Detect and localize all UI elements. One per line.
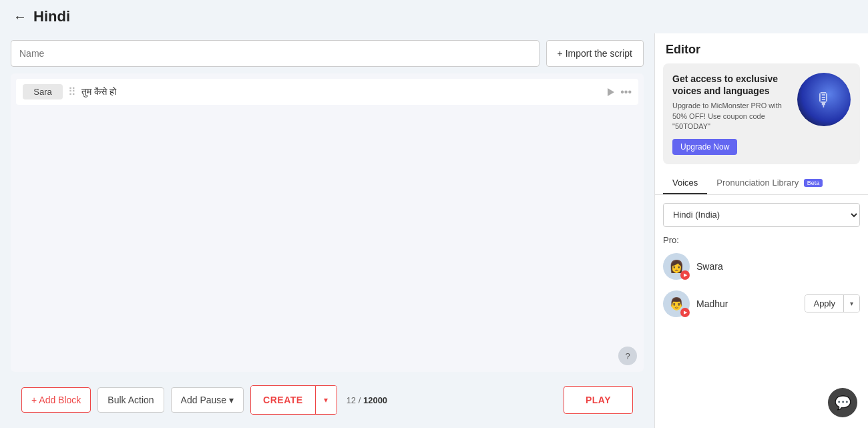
header: ← Hindi	[0, 0, 868, 33]
promo-desc: Upgrade to MicMonster PRO with 50% OFF! …	[672, 101, 789, 132]
promo-title: Get access to exclusive voices and langu…	[672, 73, 789, 97]
swara-avatar: 👩 ▶	[663, 253, 690, 280]
mic-icon: 🎙	[815, 89, 833, 111]
bottom-toolbar: + Add Block Bulk Action Add Pause ▾ CREA…	[11, 379, 644, 421]
add-pause-button[interactable]: Add Pause ▾	[171, 387, 244, 413]
tab-voices[interactable]: Voices	[663, 172, 707, 194]
page-title: Hindi	[33, 8, 70, 25]
voice-item-swara[interactable]: 👩 ▶ Swara	[655, 248, 868, 285]
voice-item-madhur[interactable]: 👨 ▶ Madhur Apply ▾	[655, 285, 868, 323]
char-count: 12 / 12000	[347, 395, 387, 405]
create-button[interactable]: CREATE	[251, 386, 315, 414]
promo-text: Get access to exclusive voices and langu…	[672, 73, 789, 155]
main-content: + Import the script Sara ⠿ ••• ? + Add B…	[0, 33, 868, 428]
create-button-group: CREATE ▾	[250, 385, 337, 415]
svg-marker-0	[608, 88, 614, 96]
chat-icon: 💬	[835, 395, 851, 411]
row-more-button[interactable]: •••	[620, 86, 632, 98]
add-block-button[interactable]: + Add Block	[21, 387, 91, 413]
script-text-input[interactable]	[81, 87, 600, 97]
chevron-down-icon: ▾	[229, 395, 234, 405]
create-dropdown-button[interactable]: ▾	[315, 386, 337, 414]
script-row: Sara ⠿ •••	[16, 79, 638, 105]
right-panel: Editor Get access to exclusive voices an…	[654, 33, 868, 428]
language-select-wrap: Hindi (India) Hindi (Standard)	[655, 195, 868, 231]
row-play-button[interactable]	[606, 87, 615, 97]
language-select[interactable]: Hindi (India) Hindi (Standard)	[663, 203, 860, 227]
swara-name: Swara	[696, 261, 860, 272]
import-script-button[interactable]: + Import the script	[546, 40, 644, 67]
script-area: Sara ⠿ ••• ?	[11, 73, 644, 372]
beta-badge: Beta	[804, 179, 823, 187]
help-icon[interactable]: ?	[618, 347, 637, 365]
play-button[interactable]: PLAY	[564, 386, 633, 414]
left-panel: + Import the script Sara ⠿ ••• ? + Add B…	[0, 33, 654, 428]
madhur-name: Madhur	[696, 298, 798, 309]
apply-dropdown-button[interactable]: ▾	[843, 295, 859, 312]
madhur-avatar: 👨 ▶	[663, 290, 690, 317]
back-button[interactable]: ←	[13, 9, 27, 25]
pro-label: Pro:	[655, 231, 868, 248]
upgrade-button[interactable]: Upgrade Now	[672, 139, 737, 155]
apply-button[interactable]: Apply	[805, 295, 843, 312]
editor-title: Editor	[655, 33, 868, 63]
name-row: + Import the script	[11, 40, 644, 67]
chat-fab-button[interactable]: 💬	[828, 388, 857, 417]
swara-play-dot[interactable]: ▶	[680, 270, 690, 280]
drag-handle-icon[interactable]: ⠿	[68, 85, 76, 98]
bulk-action-button[interactable]: Bulk Action	[97, 387, 164, 413]
promo-card: Get access to exclusive voices and langu…	[663, 63, 860, 164]
name-input[interactable]	[11, 40, 539, 67]
editor-tabs: Voices Pronunciation Library Beta	[655, 172, 868, 195]
speaker-badge[interactable]: Sara	[23, 84, 63, 99]
apply-button-group: Apply ▾	[805, 294, 860, 312]
promo-image: 🎙	[797, 73, 851, 126]
tab-pronunciation-library[interactable]: Pronunciation Library Beta	[707, 172, 832, 194]
madhur-play-dot[interactable]: ▶	[680, 308, 690, 317]
